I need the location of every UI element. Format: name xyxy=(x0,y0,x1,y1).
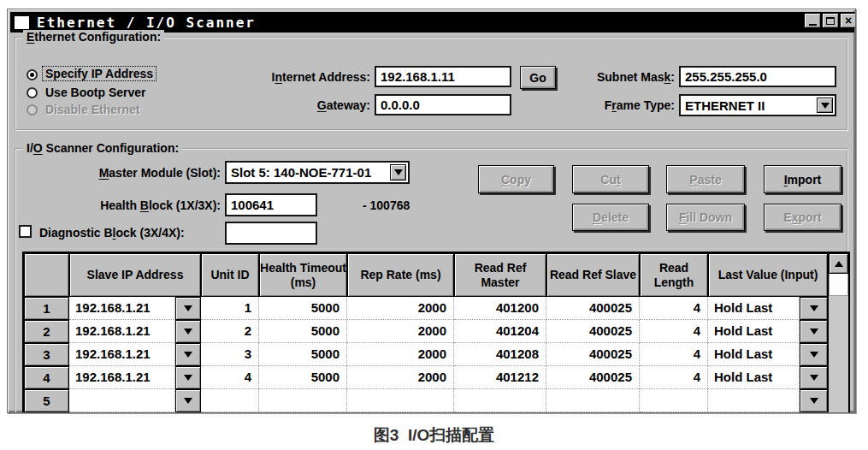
row-number[interactable]: 5 xyxy=(24,389,69,412)
last-value-dropdown-button[interactable] xyxy=(800,320,828,343)
cell-rep-rate[interactable]: 2000 xyxy=(347,343,454,366)
page: Ethernet / I/O Scanner × Ethernet Config… xyxy=(0,0,868,450)
table-header-row: Slave IP Address Unit ID Health Timeout … xyxy=(24,253,848,297)
last-value-dropdown-button[interactable] xyxy=(800,366,828,389)
diagnostic-block-field[interactable] xyxy=(225,222,317,245)
ip-dropdown-button[interactable] xyxy=(175,343,201,366)
row-number[interactable]: 2 xyxy=(24,320,69,343)
cut-button: Cut xyxy=(572,165,649,193)
table-row-2: 2 192.168.1.21 2 5000 2000 401204 400025… xyxy=(24,320,848,343)
cell-read-ref-slave[interactable] xyxy=(546,389,640,412)
cell-last-value[interactable]: Hold Last xyxy=(708,366,800,389)
cell-slave-ip[interactable]: 192.168.1.21 xyxy=(69,366,175,389)
cell-rep-rate[interactable]: 2000 xyxy=(347,320,454,343)
cell-last-value[interactable]: Hold Last xyxy=(708,343,800,366)
ip-dropdown-button[interactable] xyxy=(175,320,201,343)
cell-health-timeout[interactable]: 5000 xyxy=(259,343,347,366)
diagnostic-block-checkbox[interactable] xyxy=(19,225,32,238)
cell-read-ref-slave[interactable]: 400025 xyxy=(546,366,640,389)
table-row-4: 4 192.168.1.21 4 5000 2000 401212 400025… xyxy=(24,366,848,389)
cell-read-ref-master[interactable]: 401208 xyxy=(454,343,546,366)
frame-type-combobox[interactable]: ETHERNET II xyxy=(679,94,836,116)
ip-dropdown-button[interactable] xyxy=(175,297,201,320)
radio-specify-ip-address[interactable] xyxy=(27,69,38,80)
cell-slave-ip[interactable] xyxy=(69,389,175,412)
cell-read-length[interactable]: 4 xyxy=(640,320,708,343)
cell-unit-id[interactable] xyxy=(201,389,259,412)
ethernet-io-scanner-window: Ethernet / I/O Scanner × Ethernet Config… xyxy=(7,9,856,413)
radio-disable-ethernet xyxy=(27,104,38,115)
io-scanner-configuration-group-label: I/O Scanner Configuration: xyxy=(23,141,182,155)
table-vertical-scrollbar[interactable] xyxy=(828,253,848,412)
cell-rep-rate[interactable]: 2000 xyxy=(347,297,454,320)
header-read-ref-slave[interactable]: Read Ref Slave xyxy=(546,253,640,297)
cell-unit-id[interactable]: 2 xyxy=(201,320,259,343)
cell-read-length[interactable]: 4 xyxy=(640,366,708,389)
cell-read-length[interactable] xyxy=(640,389,708,412)
cell-health-timeout[interactable]: 5000 xyxy=(259,366,347,389)
header-slave-ip[interactable]: Slave IP Address xyxy=(69,253,201,297)
go-button[interactable]: Go xyxy=(520,66,556,89)
master-module-dropdown-button[interactable] xyxy=(390,164,406,181)
subnet-mask-field[interactable]: 255.255.255.0 xyxy=(679,66,836,87)
cell-slave-ip[interactable]: 192.168.1.21 xyxy=(69,320,175,343)
header-read-ref-master[interactable]: Read Ref Master xyxy=(454,253,546,297)
cell-read-ref-master[interactable] xyxy=(454,389,546,412)
frame-type-value: ETHERNET II xyxy=(685,98,765,113)
cell-unit-id[interactable]: 1 xyxy=(201,297,259,320)
scrollbar-thumb[interactable] xyxy=(829,274,848,296)
window-title: Ethernet / I/O Scanner xyxy=(37,15,256,31)
row-number[interactable]: 1 xyxy=(24,297,69,320)
ip-dropdown-button[interactable] xyxy=(175,366,201,389)
cell-health-timeout[interactable]: 5000 xyxy=(259,320,347,343)
frame-type-dropdown-button[interactable] xyxy=(817,98,833,113)
minimize-button[interactable] xyxy=(804,13,821,28)
cell-health-timeout[interactable]: 5000 xyxy=(259,297,347,320)
last-value-dropdown-button[interactable] xyxy=(800,343,828,366)
cell-last-value[interactable] xyxy=(708,389,800,412)
row-number[interactable]: 3 xyxy=(24,343,69,366)
header-rep-rate[interactable]: Rep Rate (ms) xyxy=(347,253,454,297)
health-block-field[interactable]: 100641 xyxy=(225,193,317,216)
import-button[interactable]: Import xyxy=(764,165,841,193)
internet-address-field[interactable]: 192.168.1.11 xyxy=(375,66,511,87)
row-number[interactable]: 4 xyxy=(24,366,69,389)
header-read-length[interactable]: Read Length xyxy=(640,253,708,297)
header-health-timeout[interactable]: Health Timeout (ms) xyxy=(259,253,347,297)
ip-dropdown-button[interactable] xyxy=(175,389,201,412)
gateway-field[interactable]: 0.0.0.0 xyxy=(375,94,511,115)
cell-read-ref-master[interactable]: 401204 xyxy=(454,320,546,343)
cell-health-timeout[interactable] xyxy=(259,389,347,412)
cell-read-ref-master[interactable]: 401212 xyxy=(454,366,546,389)
cell-unit-id[interactable]: 4 xyxy=(201,366,259,389)
cell-rep-rate[interactable] xyxy=(347,389,454,412)
cell-read-ref-slave[interactable]: 400025 xyxy=(546,297,640,320)
delete-button: Delete xyxy=(572,204,649,231)
radio-use-bootp-server[interactable] xyxy=(27,87,38,98)
cell-slave-ip[interactable]: 192.168.1.21 xyxy=(69,343,175,366)
cell-last-value[interactable]: Hold Last xyxy=(708,320,800,343)
scroll-up-button[interactable] xyxy=(829,253,848,274)
radio-use-bootp-server-label[interactable]: Use Bootp Server xyxy=(45,86,145,99)
cell-read-length[interactable]: 4 xyxy=(640,343,708,366)
cell-read-ref-slave[interactable]: 400025 xyxy=(546,320,640,343)
cell-unit-id[interactable]: 3 xyxy=(201,343,259,366)
chevron-down-icon xyxy=(184,375,192,381)
header-last-value[interactable]: Last Value (Input) xyxy=(708,253,828,297)
last-value-dropdown-button[interactable] xyxy=(800,297,828,320)
radio-specify-ip-address-label[interactable]: Specify IP Address xyxy=(42,67,156,80)
header-unit-id[interactable]: Unit ID xyxy=(201,253,259,297)
last-value-dropdown-button[interactable] xyxy=(800,389,828,412)
chevron-down-icon xyxy=(184,352,192,358)
internet-address-label: Internet Address: xyxy=(247,70,370,84)
cell-read-ref-master[interactable]: 401200 xyxy=(454,297,546,320)
cell-read-length[interactable]: 4 xyxy=(640,297,708,320)
cell-rep-rate[interactable]: 2000 xyxy=(347,366,454,389)
chevron-down-icon xyxy=(394,169,403,175)
close-button[interactable]: × xyxy=(840,13,856,28)
cell-read-ref-slave[interactable]: 400025 xyxy=(546,343,640,366)
maximize-button[interactable] xyxy=(822,13,839,28)
cell-last-value[interactable]: Hold Last xyxy=(708,297,800,320)
master-module-combobox[interactable]: Slot 5: 140-NOE-771-01 xyxy=(225,161,410,184)
cell-slave-ip[interactable]: 192.168.1.21 xyxy=(69,297,175,320)
